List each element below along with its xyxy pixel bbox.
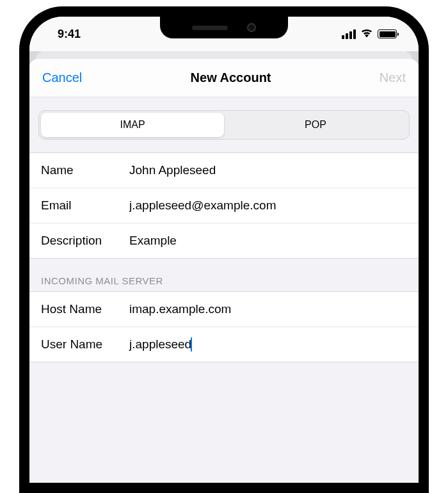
nav-bar: Cancel New Account Next: [29, 59, 419, 97]
row-email[interactable]: Email: [29, 188, 419, 223]
username-input[interactable]: j.appleseed: [129, 337, 407, 352]
battery-icon: [378, 29, 397, 38]
next-button[interactable]: Next: [380, 70, 406, 85]
name-input[interactable]: [129, 163, 407, 177]
incoming-header: INCOMING MAIL SERVER: [29, 259, 419, 291]
form-content[interactable]: IMAP POP Name Email: [29, 97, 419, 483]
hostname-input[interactable]: [129, 302, 407, 316]
account-info-group: Name Email Description: [29, 152, 419, 259]
wifi-icon: [360, 28, 373, 41]
description-label: Description: [41, 234, 124, 248]
row-username[interactable]: User Name j.appleseed: [29, 327, 419, 362]
protocol-segmented[interactable]: IMAP POP: [38, 110, 410, 140]
notch: [160, 17, 288, 38]
cellular-icon: [342, 29, 356, 39]
page-title: New Account: [191, 70, 271, 85]
text-cursor: [191, 337, 192, 352]
status-time: 9:41: [58, 28, 81, 41]
modal-sheet: Cancel New Account Next IMAP POP Name: [29, 59, 419, 483]
email-label: Email: [41, 198, 124, 213]
row-hostname[interactable]: Host Name: [29, 292, 419, 327]
row-name[interactable]: Name: [29, 153, 419, 188]
segment-imap[interactable]: IMAP: [41, 113, 224, 137]
username-label: User Name: [41, 337, 124, 352]
row-description[interactable]: Description: [29, 223, 419, 258]
incoming-server-group: Host Name User Name j.appleseed: [29, 291, 419, 362]
phone-frame: 9:41 Cancel New Account: [19, 6, 429, 493]
hostname-label: Host Name: [41, 302, 124, 316]
cancel-button[interactable]: Cancel: [42, 70, 82, 85]
email-input[interactable]: [129, 198, 407, 213]
phone-screen: 9:41 Cancel New Account: [29, 17, 419, 483]
segment-pop[interactable]: POP: [224, 113, 407, 137]
name-label: Name: [41, 163, 124, 177]
description-input[interactable]: [129, 234, 407, 248]
